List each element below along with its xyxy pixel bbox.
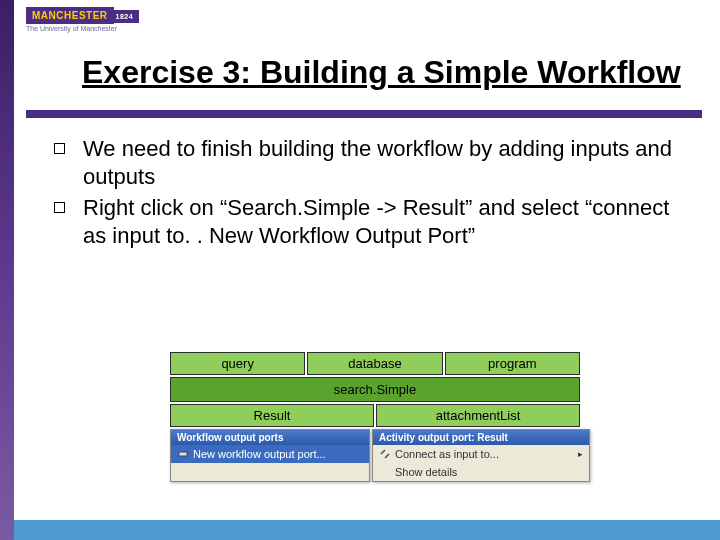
input-ports-row: query database program [170, 352, 580, 375]
output-port-attachment[interactable]: attachmentList [376, 404, 580, 427]
input-port[interactable]: database [307, 352, 442, 375]
output-ports-row: Result attachmentList [170, 404, 580, 427]
bullet-item: We need to finish building the workflow … [54, 135, 690, 190]
logo-name: MANCHESTER [26, 7, 114, 24]
workflow-output-ports-menu: Workflow output ports New workflow outpu… [170, 429, 370, 482]
workflow-node[interactable]: search.Simple [170, 377, 580, 402]
left-accent-stripe [0, 0, 14, 540]
footer-bar [0, 520, 720, 540]
activity-output-port-menu: Activity output port: Result Connect as … [372, 429, 590, 482]
submenu-arrow-icon: ▸ [578, 449, 583, 459]
bullet-list: We need to finish building the workflow … [54, 135, 690, 253]
menu-item-connect-as-input[interactable]: Connect as input to... ▸ [373, 445, 589, 463]
context-menus: Workflow output ports New workflow outpu… [170, 429, 590, 482]
menu-header: Activity output port: Result [373, 430, 589, 445]
menu-item-label: Connect as input to... [395, 448, 499, 460]
port-icon [177, 448, 189, 460]
menu-item-new-output-port[interactable]: New workflow output port... [171, 445, 369, 463]
title-underline-bar [26, 110, 702, 118]
bullet-text: We need to finish building the workflow … [83, 135, 690, 190]
svg-rect-0 [179, 452, 187, 456]
menu-header: Workflow output ports [171, 430, 369, 445]
blank-icon [379, 466, 391, 478]
university-logo: MANCHESTER1824 The University of Manches… [26, 5, 139, 32]
bullet-marker-icon [54, 143, 65, 154]
link-icon [379, 448, 391, 460]
menu-item-show-details[interactable]: Show details [373, 463, 589, 481]
workflow-diagram: query database program search.Simple Res… [170, 352, 580, 427]
inner-white-stripe [14, 0, 26, 120]
output-port-result[interactable]: Result [170, 404, 374, 427]
menu-item-label: Show details [395, 466, 457, 478]
bullet-marker-icon [54, 202, 65, 213]
input-port[interactable]: program [445, 352, 580, 375]
logo-year: 1824 [114, 10, 140, 23]
slide-title: Exercise 3: Building a Simple Workflow [82, 54, 681, 91]
logo-subtitle: The University of Manchester [26, 25, 139, 32]
bullet-text: Right click on “Search.Simple -> Result”… [83, 194, 690, 249]
bullet-item: Right click on “Search.Simple -> Result”… [54, 194, 690, 249]
menu-item-label: New workflow output port... [193, 448, 326, 460]
input-port[interactable]: query [170, 352, 305, 375]
